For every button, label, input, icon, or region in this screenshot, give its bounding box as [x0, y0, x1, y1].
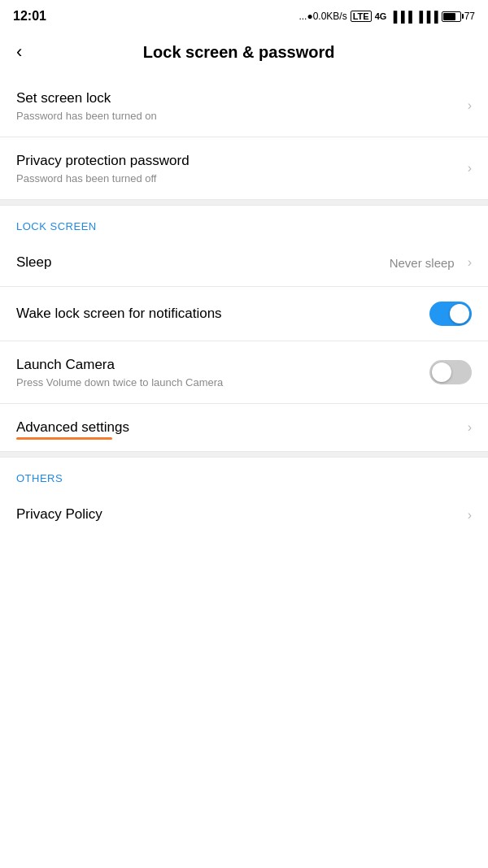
network-4g-icon: 4G — [375, 11, 387, 21]
launch-camera-item[interactable]: Launch Camera Press Volume down twice to… — [0, 341, 488, 403]
advanced-settings-title: Advanced settings — [16, 419, 460, 436]
others-section: OTHERS Privacy Policy › — [0, 458, 488, 538]
section-divider-2 — [0, 451, 488, 458]
battery-icon — [442, 11, 461, 22]
page-title: Lock screen & password — [32, 43, 446, 62]
privacy-protection-item[interactable]: Privacy protection password Password has… — [0, 137, 488, 199]
wake-lock-toggle-knob — [450, 304, 469, 323]
set-screen-lock-title: Set screen lock — [16, 89, 460, 107]
lte-icon: LTE — [351, 11, 372, 22]
privacy-protection-content: Privacy protection password Password has… — [16, 152, 460, 184]
launch-camera-subtitle: Press Volume down twice to launch Camera — [16, 376, 429, 388]
top-nav: ‹ Lock screen & password — [0, 29, 488, 75]
set-screen-lock-content: Set screen lock Password has been turned… — [16, 89, 460, 122]
advanced-settings-underline: Advanced settings — [16, 419, 129, 436]
advanced-settings-content: Advanced settings — [16, 419, 460, 436]
set-screen-lock-chevron: › — [468, 98, 472, 113]
wake-lock-item[interactable]: Wake lock screen for notifications — [0, 287, 488, 341]
lock-screen-header: LOCK SCREEN — [0, 206, 488, 239]
battery-fill — [443, 13, 455, 20]
password-section: Set screen lock Password has been turned… — [0, 75, 488, 199]
privacy-protection-subtitle: Password has been turned off — [16, 172, 460, 184]
set-screen-lock-item[interactable]: Set screen lock Password has been turned… — [0, 75, 488, 137]
launch-camera-title: Launch Camera — [16, 356, 429, 374]
status-icons: ...●0.0KB/s LTE 4G ▐▐▐ ▐▐▐ 77 — [298, 11, 475, 23]
privacy-policy-chevron: › — [468, 508, 472, 523]
signal-bars-icon: ▐▐▐ — [390, 11, 412, 23]
set-screen-lock-subtitle: Password has been turned on — [16, 110, 460, 122]
wake-lock-title: Wake lock screen for notifications — [16, 305, 429, 323]
privacy-policy-title: Privacy Policy — [16, 506, 460, 523]
status-bar: 12:01 ...●0.0KB/s LTE 4G ▐▐▐ ▐▐▐ 77 — [0, 0, 488, 29]
section-divider-1 — [0, 199, 488, 206]
sleep-item[interactable]: Sleep Never sleep › — [0, 239, 488, 286]
status-time: 12:01 — [13, 9, 46, 24]
sleep-content: Sleep — [16, 254, 390, 271]
wake-lock-toggle[interactable] — [429, 302, 472, 326]
privacy-protection-chevron: › — [468, 161, 472, 176]
advanced-settings-chevron: › — [468, 420, 472, 435]
sleep-title: Sleep — [16, 254, 390, 271]
sleep-chevron: › — [468, 255, 472, 270]
launch-camera-toggle[interactable] — [429, 360, 472, 384]
launch-camera-content: Launch Camera Press Volume down twice to… — [16, 356, 429, 388]
back-button[interactable]: ‹ — [13, 40, 32, 64]
privacy-protection-title: Privacy protection password — [16, 152, 460, 170]
others-header: OTHERS — [0, 458, 488, 491]
privacy-policy-content: Privacy Policy — [16, 506, 460, 523]
advanced-settings-item[interactable]: Advanced settings › — [0, 404, 488, 451]
lock-screen-section: LOCK SCREEN Sleep Never sleep › Wake loc… — [0, 206, 488, 451]
sleep-value: Never sleep — [390, 256, 455, 270]
wake-lock-content: Wake lock screen for notifications — [16, 305, 429, 323]
privacy-policy-item[interactable]: Privacy Policy › — [0, 491, 488, 538]
signal-bars-2-icon: ▐▐▐ — [416, 11, 438, 23]
battery-percent: 77 — [464, 11, 475, 22]
launch-camera-toggle-knob — [432, 362, 451, 382]
signal-text: ...●0.0KB/s — [298, 11, 346, 22]
